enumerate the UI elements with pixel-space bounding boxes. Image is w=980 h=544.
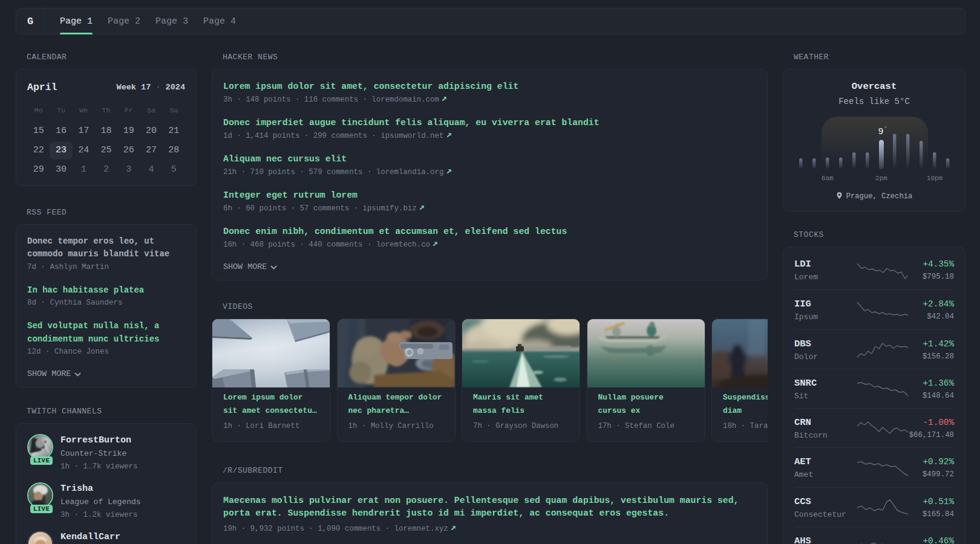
svg-text:2pm: 2pm xyxy=(875,175,887,182)
svg-text:6am: 6am xyxy=(822,175,834,182)
svg-text:10pm: 10pm xyxy=(927,175,943,182)
svg-text:9: 9 xyxy=(878,127,883,137)
svg-text:°: ° xyxy=(884,126,887,132)
